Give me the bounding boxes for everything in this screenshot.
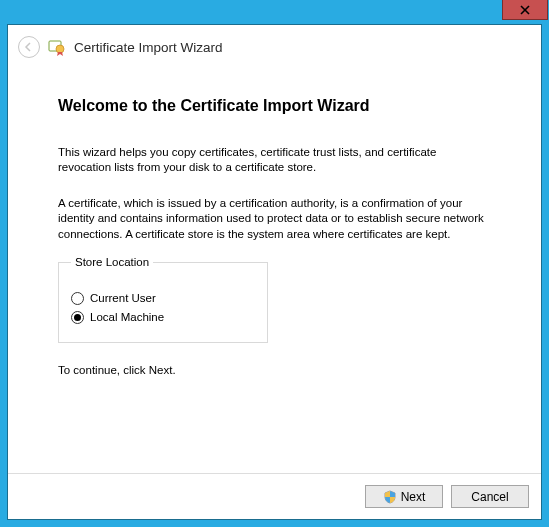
svg-point-3 [56,45,64,53]
wizard-header: Certificate Import Wizard [8,25,541,69]
wizard-window: Certificate Import Wizard Welcome to the… [0,0,549,527]
wizard-title: Certificate Import Wizard [74,40,223,55]
continue-hint: To continue, click Next. [58,363,491,379]
wizard-content: Welcome to the Certificate Import Wizard… [8,69,541,473]
next-button[interactable]: Next [365,485,443,508]
close-button[interactable] [502,0,548,20]
store-location-legend: Store Location [71,255,153,271]
intro-paragraph-1: This wizard helps you copy certificates,… [58,145,491,176]
radio-label-current-user: Current User [90,291,156,307]
uac-shield-icon [383,490,397,504]
close-icon [520,5,530,15]
radio-icon [71,292,84,305]
radio-current-user[interactable]: Current User [71,291,255,307]
radio-label-local-machine: Local Machine [90,310,164,326]
title-bar [7,0,542,24]
wizard-footer: Next Cancel [8,473,541,519]
store-location-group: Store Location Current User Local Machin… [58,262,268,343]
next-button-label: Next [401,490,426,504]
intro-paragraph-2: A certificate, which is issued by a cert… [58,196,491,243]
radio-icon [71,311,84,324]
radio-local-machine[interactable]: Local Machine [71,310,255,326]
cancel-button-label: Cancel [471,490,508,504]
page-heading: Welcome to the Certificate Import Wizard [58,95,491,117]
wizard-inner: Certificate Import Wizard Welcome to the… [7,24,542,520]
back-button [18,36,40,58]
cancel-button[interactable]: Cancel [451,485,529,508]
back-arrow-icon [23,41,35,53]
certificate-wizard-icon [48,38,66,56]
